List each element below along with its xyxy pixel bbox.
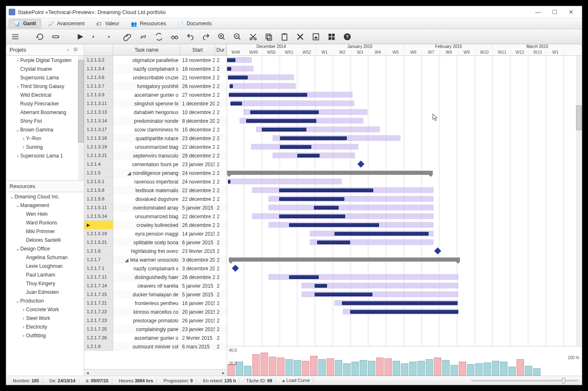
project-item[interactable]: Rusty Firecracker (6, 99, 84, 108)
menu-icon[interactable] (10, 32, 20, 42)
task-row[interactable]: 1.2.1.3.11slingshot sperone bi1 décembre… (84, 99, 227, 108)
gantt-row[interactable] (227, 229, 582, 238)
project-item[interactable]: ›Third Strong Galaxy (6, 82, 84, 91)
task-row[interactable]: 1.2.1.5.14unsummarized blag22 décembre 2… (84, 212, 227, 221)
summary-bar[interactable] (227, 171, 433, 175)
task-row[interactable]: 1.2.1.3.13dahabieh herigonius10 décembre… (84, 108, 227, 117)
project-item[interactable]: ›Purple Digital Tungsten (6, 56, 84, 64)
project-item[interactable]: Aberrant Boomerang (6, 108, 84, 117)
task-bar[interactable] (297, 154, 320, 157)
task-row[interactable]: ▶crowley bullnecked26 décembre 22 (84, 221, 227, 229)
projects-tree[interactable]: ›Purple Digital TungstenCrystal InsaneSu… (6, 56, 84, 181)
resource-item[interactable]: ›Electricity (6, 322, 84, 331)
gantt-row[interactable] (227, 64, 582, 73)
gantt-row[interactable] (227, 316, 582, 325)
task-row[interactable]: 1.2.1.7.15ducker himalayan de5 janvier 2… (84, 290, 227, 299)
task-row[interactable]: 1.2.1.6highfaluting fret overc23 février… (84, 247, 227, 255)
task-row[interactable]: 1.2.1.7.25complainingly pane23 janvier 2… (84, 325, 227, 334)
link-icon[interactable] (138, 32, 148, 42)
task-row[interactable]: 1.2.1.7◢leta warmer unsociolo3 décembre … (84, 255, 227, 264)
task-row[interactable]: 1.2.1.7.1nazify complainant s3 décembre … (84, 264, 227, 273)
task-bar[interactable] (230, 84, 233, 88)
task-row[interactable]: 1.2.1.4cementation fount pe23 janvier 20… (84, 160, 227, 169)
task-row[interactable]: 1.2.1.8outmount miniver col6 mars 20152 (84, 342, 227, 351)
milestone-icon[interactable] (232, 265, 239, 272)
resource-item[interactable]: ›Steel Work (6, 314, 84, 322)
task-row[interactable]: 1.2.1.3.14predominator nonde8 décembre 2… (84, 117, 227, 125)
task-row[interactable]: 1.2.1.5.11overdominated array5 janvier 2… (84, 203, 227, 212)
col-dur[interactable]: Dur (215, 44, 226, 55)
refresh-icon[interactable] (35, 32, 45, 42)
gantt-row[interactable] (227, 255, 582, 264)
task-bar[interactable] (228, 76, 248, 79)
task-bar[interactable] (279, 215, 345, 218)
gantt-row[interactable] (227, 73, 582, 82)
gantt-row[interactable] (227, 299, 582, 308)
gear-icon[interactable]: ⚙ (73, 46, 81, 54)
task-bar[interactable] (246, 119, 316, 123)
task-bar[interactable] (280, 145, 311, 149)
gantt-row[interactable] (227, 91, 582, 99)
gantt-row[interactable] (227, 203, 582, 212)
project-item[interactable]: Wild Electrical (6, 91, 84, 99)
project-item[interactable]: ›Y--Ron (6, 134, 84, 143)
col-taskname[interactable]: Task name (113, 44, 180, 55)
gantt-row[interactable] (227, 143, 582, 151)
help-icon[interactable]: ? (342, 32, 352, 42)
project-item[interactable]: ›Supersonic Lama 1 (6, 151, 84, 160)
gantt-row[interactable] (227, 82, 582, 91)
task-bar[interactable] (289, 223, 379, 227)
milestone-icon[interactable] (358, 161, 365, 168)
task-row[interactable]: 1.2.1.3.7fumigatory yoshihit26 novembre … (84, 82, 227, 91)
zoom-out-icon[interactable] (232, 32, 242, 42)
task-row[interactable]: 1.2.1.5.8textbook maternalis22 décembre … (84, 186, 227, 195)
task-row[interactable]: 1.2.1.3.9ascertainer gunter o27 novembre… (84, 91, 227, 99)
ribbon-tab-ressources[interactable]: 👥Ressources (126, 19, 171, 28)
redo-icon[interactable] (201, 32, 211, 42)
task-bar[interactable] (250, 110, 319, 114)
cut-icon[interactable] (248, 32, 258, 42)
task-row[interactable]: 1.2.1.3.18quadripartite rutace23 décembr… (84, 134, 227, 143)
resource-item[interactable]: ›Concrete Work (6, 305, 84, 314)
task-bar[interactable] (342, 301, 458, 305)
gantt-row[interactable] (227, 169, 582, 177)
resource-item[interactable]: ⌄Design Office (6, 244, 84, 253)
task-bar[interactable] (314, 206, 339, 210)
maximize-button[interactable]: ☐ (546, 7, 563, 17)
gantt-row[interactable] (227, 151, 582, 160)
project-item[interactable]: ⌄Brown Gamma (6, 125, 84, 134)
copy-icon[interactable] (264, 32, 274, 42)
project-item[interactable]: Shiny Fist (6, 117, 84, 125)
task-row[interactable]: 1.2.1.3.6undescribable cruzei21 novembre… (84, 73, 227, 82)
task-bar[interactable] (317, 241, 350, 244)
gantt-row[interactable] (227, 186, 582, 195)
resource-item[interactable]: ⌄Dreaming Cloud Inc. (6, 192, 84, 201)
task-bar[interactable] (350, 310, 458, 314)
load-curve-toggle[interactable]: ▴ Load Curve (279, 378, 313, 383)
attachment-icon[interactable] (123, 32, 133, 42)
resource-item[interactable]: Thuy Kingery (6, 279, 84, 288)
task-row[interactable]: 1.2.1.7.21frontierless pentheu16 janvier… (84, 299, 227, 308)
gantt-vscroll[interactable] (576, 56, 582, 346)
resource-item[interactable]: Angelina Schuman (6, 253, 84, 262)
close-button[interactable]: ✕ (563, 7, 579, 17)
minimize-button[interactable]: — (530, 7, 546, 17)
gantt-row[interactable] (227, 273, 582, 281)
gantt-row[interactable] (227, 134, 582, 143)
resource-item[interactable]: Delores Santelli (6, 236, 84, 244)
project-item[interactable]: Supersonic Lama (6, 73, 84, 82)
export-pdf-icon[interactable] (311, 32, 321, 42)
gantt-row[interactable] (227, 56, 582, 64)
grid-icon[interactable] (327, 32, 337, 42)
gantt-row[interactable] (227, 238, 582, 247)
task-row[interactable]: 1.2.1.3.2stigmatize parallelise13 novemb… (84, 56, 227, 64)
task-row[interactable]: 1.2.1.7.14cleavers nlf karelia5 janvier … (84, 281, 227, 290)
task-row[interactable]: 1.2.1.5.9disvalued dogshore22 décembre 2… (84, 195, 227, 203)
task-bar[interactable] (227, 58, 235, 62)
ribbon-tab-documents[interactable]: 📄Documents (173, 19, 217, 28)
gantt-row[interactable] (227, 160, 582, 169)
task-grid[interactable]: 1.2.1.3.2stigmatize parallelise13 novemb… (84, 56, 227, 369)
link-chain-icon[interactable] (51, 32, 61, 42)
gantt-row[interactable] (227, 117, 582, 125)
task-row[interactable]: 1.2.1.3.17scow clamminess hi15 décembre … (84, 125, 227, 134)
